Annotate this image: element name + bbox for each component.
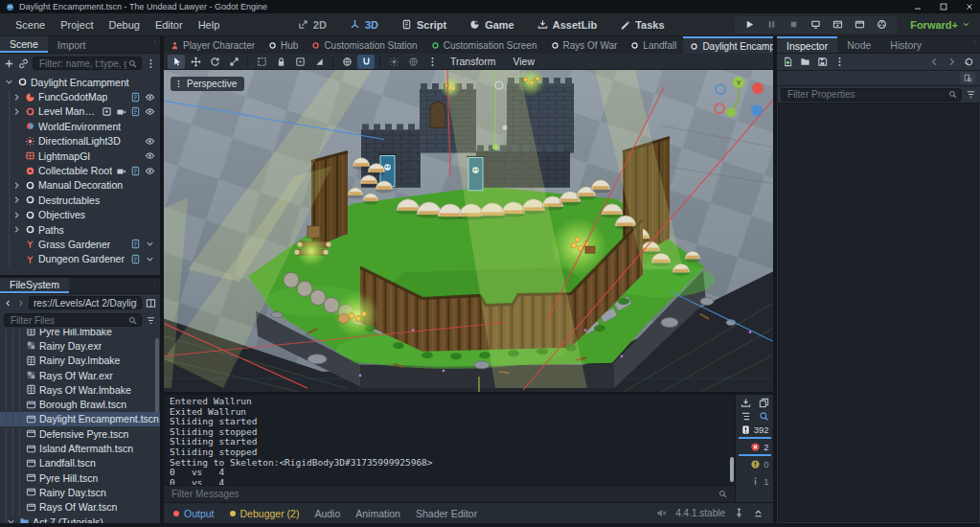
file-landfall-tscn[interactable]: Landfall.tscn — [0, 456, 160, 470]
eye-icon[interactable] — [145, 106, 155, 117]
tool-ruler-button[interactable] — [310, 55, 328, 69]
scene-dock-menu-button[interactable] — [149, 36, 160, 47]
script-icon[interactable] — [130, 239, 141, 249]
eye-icon[interactable] — [145, 92, 155, 103]
remote-button[interactable] — [810, 19, 821, 30]
scene-tab-hub[interactable]: Hub — [262, 36, 305, 54]
pause-button[interactable] — [766, 19, 777, 30]
scene-tab-customisation-screen[interactable]: Customisation Screen — [424, 36, 544, 54]
reel-button[interactable] — [877, 19, 887, 30]
script-icon[interactable] — [130, 254, 141, 264]
tool-sun-button[interactable] — [385, 55, 402, 69]
file-island-aftermath-tscn[interactable]: Island Aftermath.tscn — [0, 441, 160, 455]
scene-node-worldenvironment[interactable]: WorldEnvironment — [0, 119, 160, 133]
workspace-game[interactable]: Game — [469, 19, 514, 31]
file-borough-brawl-tscn[interactable]: Borough Brawl.tscn — [0, 397, 160, 411]
scene-node-funcgodotmap[interactable]: FuncGodotMap — [0, 89, 160, 103]
nav-back-button[interactable] — [4, 299, 12, 308]
add-node-button[interactable] — [4, 58, 14, 69]
inspector-menu-button[interactable] — [969, 36, 980, 47]
file-rainy-day-exr[interactable]: Rainy Day.exr — [0, 338, 160, 353]
viewport-menu-transform[interactable]: Transform — [443, 56, 503, 67]
scene-node-daylight-encampment[interactable]: Daylight Encampment — [0, 75, 160, 89]
workspace-2d[interactable]: 2D — [298, 19, 327, 31]
open-docs-button[interactable] — [960, 72, 975, 84]
expander[interactable] — [11, 210, 22, 220]
scene-node-dungeon-gardener[interactable]: Dungeon Gardener — [0, 252, 160, 266]
resource-menu-button[interactable] — [834, 57, 845, 67]
expander[interactable] — [6, 516, 16, 523]
tool-rotate-button[interactable] — [206, 55, 223, 69]
history-forward-button[interactable] — [946, 57, 957, 67]
bottom-tab-debugger-2[interactable]: Debugger (2) — [230, 508, 300, 519]
chevdown-icon[interactable] — [145, 239, 155, 249]
scene-node-grass-gardener[interactable]: Grass Gardener — [0, 237, 160, 251]
expander[interactable] — [4, 77, 14, 87]
instance-scene-button[interactable] — [18, 58, 29, 69]
file-rainy-day-tscn[interactable]: Rainy Day.tscn — [0, 485, 160, 499]
bottom-tab-shader-editor[interactable]: Shader Editor — [416, 508, 477, 519]
filesystem-menu-button[interactable] — [149, 278, 160, 288]
menu-help[interactable]: Help — [191, 19, 228, 31]
file-filter-input[interactable] — [9, 314, 128, 327]
scene-tab-customisation-station[interactable]: Customisation Station — [305, 36, 423, 54]
tool-boxsel-button[interactable] — [253, 55, 270, 69]
inspector-content[interactable] — [778, 103, 979, 522]
play-button[interactable] — [744, 19, 755, 30]
scene-node-objectives[interactable]: Objectives — [0, 208, 160, 222]
menu-scene[interactable]: Scene — [8, 19, 53, 31]
workspace-tasks[interactable]: Tasks — [620, 19, 664, 31]
script-icon[interactable] — [130, 106, 141, 117]
tab-import[interactable]: Import — [48, 36, 96, 53]
nav-forward-button[interactable] — [16, 299, 25, 308]
file-defensive-pyre-tscn[interactable]: Defensive Pyre.tscn — [0, 426, 160, 441]
menu-debug[interactable]: Debug — [101, 19, 147, 31]
stop-button[interactable] — [788, 19, 799, 30]
boxdot-icon[interactable] — [102, 106, 112, 117]
movie-icon[interactable] — [116, 166, 126, 176]
expander[interactable] — [11, 224, 22, 235]
eye-icon[interactable] — [145, 136, 155, 147]
tab-scene[interactable]: Scene — [0, 36, 48, 53]
clapplay-button[interactable] — [832, 19, 843, 30]
viewport-3d[interactable]: Y Perspective — [164, 70, 773, 392]
file-rays-of-war-lmbake[interactable]: Rays Of War.lmbake — [0, 382, 160, 397]
expander[interactable] — [11, 92, 22, 103]
scene-node-collectable-root[interactable]: Collectable Root — [0, 163, 160, 177]
clap-button[interactable] — [855, 19, 865, 30]
copy-output-button[interactable] — [759, 398, 769, 408]
scene-node-directionallight3d[interactable]: DirectionalLight3D — [0, 134, 160, 149]
scene-node-level-manager[interactable]: Level Manager — [0, 104, 160, 119]
property-options-button[interactable] — [966, 89, 976, 100]
tool-snap-button[interactable] — [357, 55, 375, 69]
filesystem-scrollbar[interactable] — [155, 338, 159, 413]
scene-tab-player-character[interactable]: Player Character — [164, 36, 262, 54]
filter-messages-toggle[interactable]: 392 — [739, 424, 771, 439]
output-log[interactable]: Entered WallrunExited WallrunSliiding st… — [164, 395, 735, 485]
expand-panel-button[interactable] — [753, 508, 763, 518]
tab-filesystem[interactable]: FileSystem — [0, 278, 69, 293]
close-button[interactable] — [965, 2, 974, 11]
bottom-tab-animation[interactable]: Animation — [355, 508, 400, 519]
expander[interactable] — [11, 180, 22, 191]
scene-tab-landfall[interactable]: Landfall — [624, 36, 683, 54]
collapse-duplicates-button[interactable] — [741, 411, 751, 422]
tool-scale-button[interactable] — [225, 55, 242, 69]
file-act-7-tutorials[interactable]: Act 7 (Tutorials) — [0, 515, 160, 523]
scene-menu-button[interactable] — [146, 58, 156, 69]
edit-history-button[interactable] — [964, 57, 974, 67]
tool-lock-button[interactable] — [272, 55, 289, 69]
eye-icon[interactable] — [145, 150, 155, 161]
tab-node[interactable]: Node — [837, 36, 880, 53]
perspective-menu[interactable]: Perspective — [171, 77, 244, 91]
eye-icon[interactable] — [145, 166, 155, 176]
scene-node-manual-decoration[interactable]: Manual Decoration — [0, 178, 160, 193]
file-pyre-hill-lmbake[interactable]: Pyre Hill.lmbake — [0, 329, 160, 338]
chevdown-icon[interactable] — [145, 254, 155, 264]
path-box[interactable]: res://Levels/Act 2/Daylight Enca — [29, 296, 142, 309]
script-icon[interactable] — [130, 92, 141, 103]
bottom-tab-audio[interactable]: Audio — [314, 508, 340, 519]
tool-move-button[interactable] — [187, 55, 204, 69]
file-pyre-hill-tscn[interactable]: Pyre Hill.tscn — [0, 470, 160, 485]
mute-icon[interactable] — [656, 508, 667, 518]
